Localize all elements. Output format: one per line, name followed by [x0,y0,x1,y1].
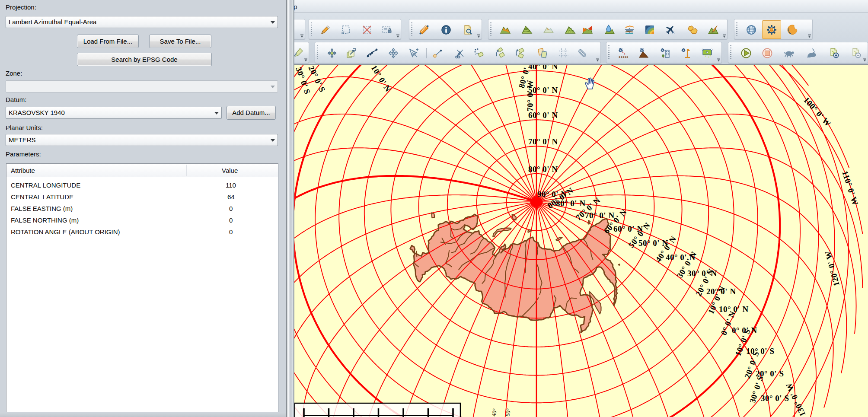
svg-text:60° 0' N: 60° 0' N [528,111,558,120]
svg-text:70° 0' N: 70° 0' N [528,137,558,146]
svg-text:50°: 50° [504,408,512,417]
svg-text:70° 0' W: 70° 0' W [526,80,535,111]
svg-text:40° 0' N: 40° 0' N [528,65,558,71]
svg-text:40°: 40° [490,408,498,417]
svg-text:30° 0' S: 30° 0' S [761,394,789,403]
svg-text:80° 0' N: 80° 0' N [528,165,558,174]
